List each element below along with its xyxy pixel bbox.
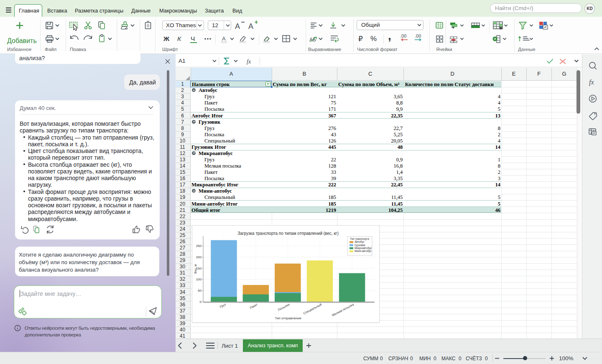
svg-text:Специальный: Специальный [303,303,322,316]
svg-text:50: 50 [198,289,202,293]
svg-text:Загрузка транспорта по типам о: Загрузка транспорта по типам отправлений… [237,231,339,236]
svg-text:Груз: Груз [219,303,227,309]
svg-text:0: 0 [200,300,202,304]
svg-text:Мини-автобус: Мини-автобус [355,249,372,253]
svg-text:Посылка: Посылка [277,302,291,312]
svg-text:Вес, кг: Вес, кг [194,264,197,273]
svg-text:Тип транспорта: Тип транспорта [350,237,369,241]
svg-text:Мелкая посылка: Мелкая посылка [332,302,355,317]
svg-text:250: 250 [196,244,202,248]
svg-text:200: 200 [196,255,202,259]
svg-text:100: 100 [196,277,202,281]
svg-text:Тип отправления: Тип отправления [275,316,301,320]
svg-text:Пакет: Пакет [249,303,259,310]
